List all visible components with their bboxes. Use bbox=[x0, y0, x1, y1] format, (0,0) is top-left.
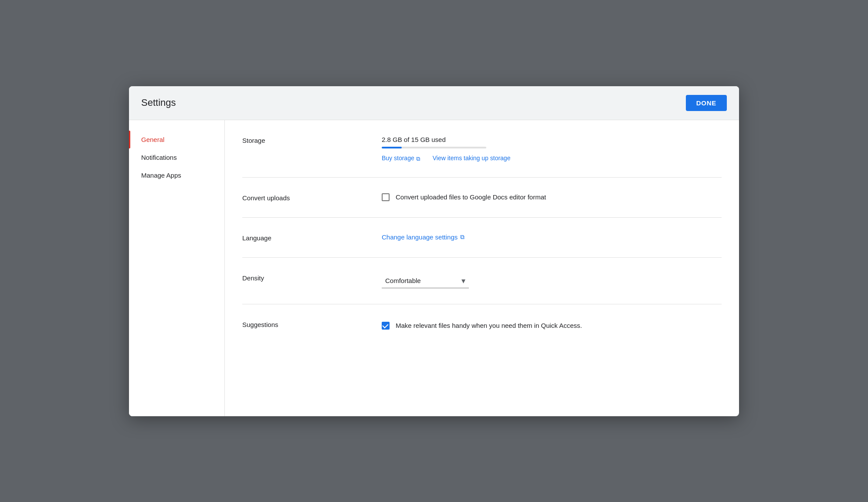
view-items-link[interactable]: View items taking up storage bbox=[433, 155, 511, 162]
storage-bar-fill bbox=[382, 147, 402, 148]
convert-uploads-label: Convert uploads bbox=[242, 193, 382, 202]
convert-uploads-content: Convert uploaded files to Google Docs ed… bbox=[382, 193, 722, 201]
storage-bar-container bbox=[382, 147, 486, 148]
storage-links: Buy storage View items taking up storage bbox=[382, 155, 722, 162]
settings-dialog: Settings DONE General Notifications Mana… bbox=[129, 86, 739, 416]
storage-content: 2.8 GB of 15 GB used Buy storage View it… bbox=[382, 136, 722, 162]
convert-uploads-section: Convert uploads Convert uploaded files t… bbox=[242, 178, 722, 218]
external-link-icon-language: ⧉ bbox=[460, 233, 465, 241]
language-section: Language Change language settings ⧉ bbox=[242, 218, 722, 258]
done-button[interactable]: DONE bbox=[686, 95, 727, 111]
convert-checkbox-label: Convert uploaded files to Google Docs ed… bbox=[396, 193, 546, 201]
storage-label: Storage bbox=[242, 136, 382, 144]
convert-checkbox-row: Convert uploaded files to Google Docs ed… bbox=[382, 193, 722, 201]
sidebar-item-general[interactable]: General bbox=[129, 131, 224, 148]
suggestions-checkbox-label: Make relevant files handy when you need … bbox=[396, 322, 582, 329]
storage-used-text: 2.8 GB of 15 GB used bbox=[382, 136, 722, 143]
language-label: Language bbox=[242, 233, 382, 242]
buy-storage-link[interactable]: Buy storage bbox=[382, 155, 422, 162]
suggestions-label: Suggestions bbox=[242, 320, 382, 328]
sidebar-item-notifications[interactable]: Notifications bbox=[129, 148, 224, 166]
sidebar: General Notifications Manage Apps bbox=[129, 120, 225, 416]
suggestions-checkbox-row: Make relevant files handy when you need … bbox=[382, 322, 722, 330]
density-content: Comfortable Cozy Compact ▾ bbox=[382, 273, 722, 288]
dialog-body: General Notifications Manage Apps Storag… bbox=[129, 120, 739, 416]
change-language-link[interactable]: Change language settings ⧉ bbox=[382, 233, 722, 241]
suggestions-content: Make relevant files handy when you need … bbox=[382, 320, 722, 330]
dialog-title: Settings bbox=[141, 97, 176, 108]
density-label: Density bbox=[242, 273, 382, 282]
suggestions-checkbox[interactable] bbox=[382, 322, 390, 330]
storage-section: Storage 2.8 GB of 15 GB used Buy storage… bbox=[242, 120, 722, 178]
density-select[interactable]: Comfortable Cozy Compact bbox=[382, 273, 469, 288]
main-content: Storage 2.8 GB of 15 GB used Buy storage… bbox=[225, 120, 739, 416]
density-section: Density Comfortable Cozy Compact ▾ bbox=[242, 258, 722, 304]
suggestions-section: Suggestions Make relevant files handy wh… bbox=[242, 304, 722, 345]
dialog-header: Settings DONE bbox=[129, 86, 739, 120]
language-content: Change language settings ⧉ bbox=[382, 233, 722, 241]
sidebar-item-manage-apps[interactable]: Manage Apps bbox=[129, 166, 224, 184]
convert-checkbox[interactable] bbox=[382, 193, 390, 201]
density-select-wrapper: Comfortable Cozy Compact ▾ bbox=[382, 273, 469, 288]
external-link-icon bbox=[416, 155, 422, 161]
